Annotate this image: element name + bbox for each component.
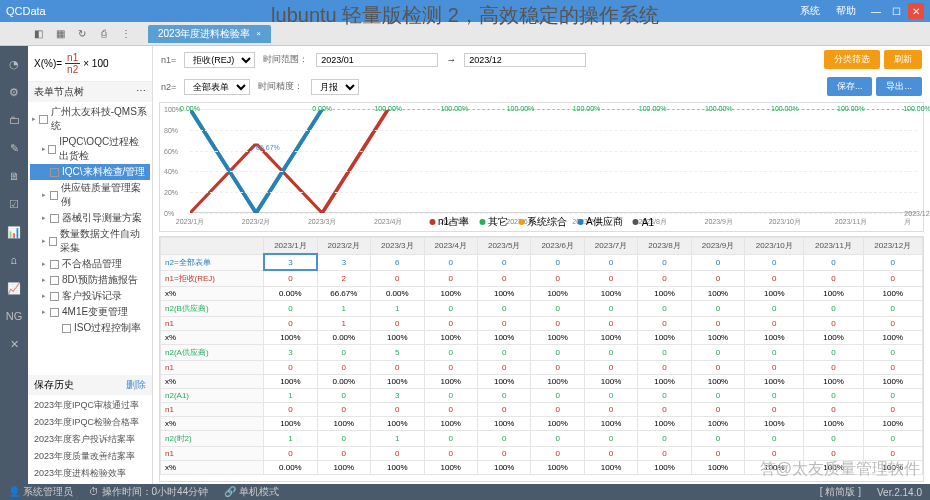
- tree-item[interactable]: ▸供应链质量管理案例: [30, 180, 150, 210]
- filter-bar-2: n2= 全部表单 时间精度： 月报 保存... 导出...: [153, 73, 930, 100]
- table-row[interactable]: x%0.00%66.67%0.00%100%100%100%100%100%10…: [161, 286, 923, 300]
- toolbar: ◧ ▦ ↻ ⎙ ⋮ 2023年度进料检验率 ×: [0, 22, 930, 46]
- status-mode: 🔗 单机模式: [224, 485, 279, 499]
- watermark: 答@太友质量管理软件: [760, 459, 920, 480]
- tree-item[interactable]: IQC\来料检查/管理: [30, 164, 150, 180]
- close-icon[interactable]: ✕: [908, 3, 924, 19]
- statusbar: 👤 系统管理员 ⏱ 操作时间：0小时44分钟 🔗 单机模式 [ 精简版 ] Ve…: [0, 484, 930, 500]
- tree: ▸广州太友科技-QMS系统▸IPQC\OQC过程检出货检IQC\来料检查/管理▸…: [28, 102, 152, 375]
- time-to-input[interactable]: [464, 53, 586, 67]
- table-row[interactable]: n1000000000000: [161, 446, 923, 460]
- content: n1= 拒收(REJ) 时间范围： → 分类筛选 刷新 n2= 全部表单 时间精…: [153, 46, 930, 484]
- menu-help[interactable]: 帮助: [836, 4, 856, 18]
- tab-active[interactable]: 2023年度进料检验率 ×: [148, 25, 271, 43]
- stats-icon[interactable]: ⩍: [4, 250, 24, 270]
- table-row[interactable]: n2(A供应商)305000000000: [161, 344, 923, 360]
- titlebar: QCData 系统 帮助 — ☐ ✕: [0, 0, 930, 22]
- ng-icon[interactable]: NG: [4, 306, 24, 326]
- table-row[interactable]: n1000000000000: [161, 402, 923, 416]
- filter-bar: n1= 拒收(REJ) 时间范围： → 分类筛选 刷新: [153, 46, 930, 73]
- tree-item[interactable]: ▸8D\预防措施报告: [30, 272, 150, 288]
- filter-button[interactable]: 分类筛选: [824, 50, 880, 69]
- refresh-button[interactable]: 刷新: [884, 50, 922, 69]
- tree-item[interactable]: ▸客户投诉记录: [30, 288, 150, 304]
- status-edition: [ 精简版 ]: [820, 485, 861, 499]
- collapse-icon[interactable]: ⋯: [136, 85, 146, 99]
- folder-icon[interactable]: 🗀: [4, 110, 24, 130]
- gran-select[interactable]: 月报: [311, 79, 359, 95]
- table-row[interactable]: n1000000000000: [161, 360, 923, 374]
- left-panel: X(%) = n1n2 × 100 表单节点树⋯ ▸广州太友科技-QMS系统▸I…: [28, 46, 153, 484]
- tab-close-icon[interactable]: ×: [256, 29, 261, 38]
- tree-item[interactable]: ▸器械引导测量方案: [30, 210, 150, 226]
- maximize-icon[interactable]: ☐: [888, 3, 904, 19]
- chart-icon[interactable]: 📊: [4, 222, 24, 242]
- table-row[interactable]: x%100%0.00%100%100%100%100%100%100%100%1…: [161, 374, 923, 388]
- icon-sidebar: ◔ ⚙ 🗀 ✎ 🗎 ☑ 📊 ⩍ 📈 NG ✕: [0, 46, 28, 484]
- table-row[interactable]: x%100%0.00%100%100%100%100%100%100%100%1…: [161, 330, 923, 344]
- table-row[interactable]: n2=全部表单336000000000: [161, 254, 923, 270]
- tree-item[interactable]: ▸数量数据文件自动采集: [30, 226, 150, 256]
- gran-label: 时间精度：: [258, 80, 303, 93]
- tools-icon[interactable]: ✕: [4, 334, 24, 354]
- history-item[interactable]: 2023年度客户投诉结案率: [34, 431, 146, 448]
- tb-icon-3[interactable]: ↻: [72, 24, 92, 44]
- n1-label: n1=: [161, 55, 176, 65]
- app-title: QCData: [6, 5, 46, 17]
- n1-select[interactable]: 拒收(REJ): [184, 52, 255, 68]
- table-row[interactable]: n2(A1)103000000000: [161, 388, 923, 402]
- table-row[interactable]: n1010000000000: [161, 316, 923, 330]
- n2-label: n2=: [161, 82, 176, 92]
- data-table[interactable]: 2023/1月2023/2月2023/3月2023/4月2023/5月2023/…: [159, 236, 924, 482]
- table-row[interactable]: n2(时2)101000000000: [161, 430, 923, 446]
- check-icon[interactable]: ☑: [4, 194, 24, 214]
- trend-icon[interactable]: 📈: [4, 278, 24, 298]
- formula-display: X(%) = n1n2 × 100: [28, 46, 152, 82]
- table-row[interactable]: n2(B供应商)011000000000: [161, 300, 923, 316]
- dashboard-icon[interactable]: ◔: [4, 54, 24, 74]
- status-user: 👤 系统管理员: [8, 485, 73, 499]
- menu-system[interactable]: 系统: [800, 4, 820, 18]
- tree-item[interactable]: ▸IPQC\OQC过程检出货检: [30, 134, 150, 164]
- table-row[interactable]: x%100%100%100%100%100%100%100%100%100%10…: [161, 416, 923, 430]
- tab-label: 2023年度进料检验率: [158, 27, 250, 41]
- doc-icon[interactable]: 🗎: [4, 166, 24, 186]
- table-row[interactable]: n1=拒收(REJ)020000000000: [161, 270, 923, 286]
- history-delete-link[interactable]: 删除: [126, 378, 146, 392]
- history-header: 保存历史删除: [28, 375, 152, 395]
- sliders-icon[interactable]: ⚙: [4, 82, 24, 102]
- history-item[interactable]: 2023年度IPQC审核通过率: [34, 397, 146, 414]
- tb-icon-5[interactable]: ⋮: [116, 24, 136, 44]
- minimize-icon[interactable]: —: [868, 3, 884, 19]
- tree-header: 表单节点树⋯: [28, 82, 152, 102]
- tree-item[interactable]: ▸4M1E变更管理: [30, 304, 150, 320]
- tb-icon-4[interactable]: ⎙: [94, 24, 114, 44]
- time-label: 时间范围：: [263, 53, 308, 66]
- history-item[interactable]: 2023年度质量改善结案率: [34, 448, 146, 465]
- n2-select[interactable]: 全部表单: [184, 79, 250, 95]
- tb-icon-1[interactable]: ◧: [28, 24, 48, 44]
- export-button[interactable]: 导出...: [876, 77, 922, 96]
- history-item[interactable]: 2023年度进料检验效率: [34, 465, 146, 482]
- status-version: Ver.2.14.0: [877, 487, 922, 498]
- tree-item[interactable]: ISO过程控制率: [30, 320, 150, 336]
- tree-item[interactable]: ▸广州太友科技-QMS系统: [30, 104, 150, 134]
- chart: 0%20%40%60%80%100%2023/1月0.00%2023/2月202…: [159, 102, 924, 232]
- tree-item[interactable]: ▸不合格品管理: [30, 256, 150, 272]
- status-optime: ⏱ 操作时间：0小时44分钟: [89, 485, 208, 499]
- save-button[interactable]: 保存...: [827, 77, 873, 96]
- history-item[interactable]: 2023年度IPQC检验合格率: [34, 414, 146, 431]
- tb-icon-2[interactable]: ▦: [50, 24, 70, 44]
- time-from-input[interactable]: [316, 53, 438, 67]
- edit-icon[interactable]: ✎: [4, 138, 24, 158]
